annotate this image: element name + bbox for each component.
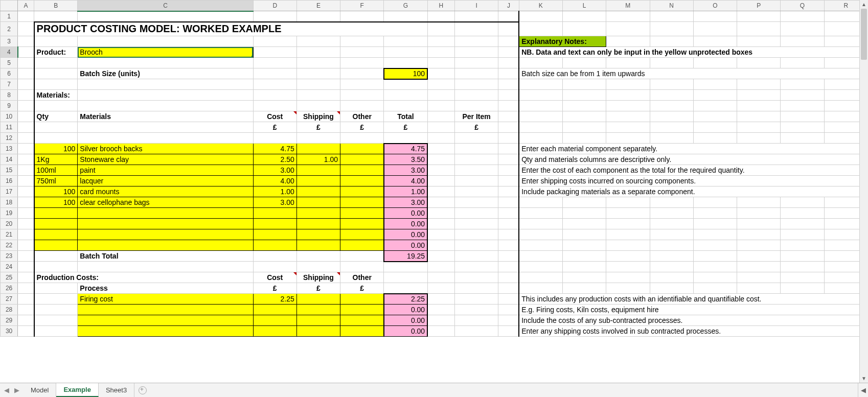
sheet-tab-example[interactable]: Example	[56, 383, 98, 397]
material-cost-cell[interactable]	[253, 229, 296, 240]
material-cost-cell[interactable]: 4.75	[253, 144, 296, 154]
material-name-cell[interactable]	[78, 219, 253, 229]
row-header[interactable]: 5	[1, 58, 18, 68]
material-cost-cell[interactable]	[253, 240, 296, 251]
col-header[interactable]: E	[296, 1, 340, 11]
material-shipping-cell[interactable]	[296, 208, 340, 219]
col-header[interactable]: K	[519, 1, 562, 11]
material-qty-cell[interactable]	[34, 240, 78, 251]
col-header[interactable]: I	[454, 1, 498, 11]
row-header[interactable]: 16	[1, 176, 18, 186]
scroll-down-button[interactable]: ▼	[860, 374, 868, 383]
tab-scroll-left-icon[interactable]: ◀	[858, 383, 868, 397]
material-qty-cell[interactable]: 100	[34, 197, 78, 208]
grid-scroll-area[interactable]: A B C D E F G H I J K L M N O P Q R 1	[0, 0, 868, 383]
material-other-cell[interactable]	[340, 165, 384, 176]
row-header[interactable]: 24	[1, 262, 18, 272]
material-name-cell[interactable]: Stoneware clay	[78, 154, 253, 165]
row-header[interactable]: 27	[1, 294, 18, 305]
process-name-cell[interactable]: Firing cost	[78, 294, 253, 305]
scroll-up-button[interactable]: ▲	[860, 0, 868, 9]
material-name-cell[interactable]	[78, 240, 253, 251]
material-shipping-cell[interactable]	[296, 165, 340, 176]
row-header[interactable]: 12	[1, 133, 18, 144]
row-header[interactable]: 19	[1, 208, 18, 219]
row-header[interactable]: 2	[1, 22, 18, 36]
col-header[interactable]: H	[427, 1, 454, 11]
process-name-cell[interactable]	[78, 305, 253, 315]
row-header[interactable]: 11	[1, 122, 18, 133]
process-cost-cell[interactable]	[253, 305, 296, 315]
col-header[interactable]: C	[78, 1, 253, 11]
row-header[interactable]: 30	[1, 326, 18, 337]
col-header[interactable]: D	[253, 1, 296, 11]
material-cost-cell[interactable]: 1.00	[253, 186, 296, 197]
material-name-cell[interactable]	[78, 229, 253, 240]
material-qty-cell[interactable]: 100	[34, 144, 78, 154]
row-header[interactable]: 20	[1, 219, 18, 229]
row-header[interactable]: 28	[1, 305, 18, 315]
spreadsheet-grid[interactable]: A B C D E F G H I J K L M N O P Q R 1	[0, 0, 868, 337]
material-qty-cell[interactable]: 100ml	[34, 165, 78, 176]
vertical-scrollbar[interactable]: ▲ ▼	[859, 0, 868, 383]
col-header[interactable]: N	[650, 1, 693, 11]
material-qty-cell[interactable]: 750ml	[34, 176, 78, 186]
row-header[interactable]: 18	[1, 197, 18, 208]
material-other-cell[interactable]	[340, 219, 384, 229]
col-header[interactable]: O	[693, 1, 737, 11]
row-header[interactable]: 15	[1, 165, 18, 176]
col-header[interactable]: M	[606, 1, 650, 11]
product-input-cell[interactable]: Brooch	[78, 47, 253, 58]
scroll-thumb[interactable]	[861, 9, 867, 60]
material-cost-cell[interactable]	[253, 219, 296, 229]
material-qty-cell[interactable]	[34, 208, 78, 219]
material-other-cell[interactable]	[340, 186, 384, 197]
col-header[interactable]: A	[18, 1, 34, 11]
row-header[interactable]: 1	[1, 11, 18, 22]
process-cost-cell[interactable]: 2.25	[253, 294, 296, 305]
material-name-cell[interactable]: paint	[78, 165, 253, 176]
fill-handle[interactable]	[252, 56, 254, 58]
material-shipping-cell[interactable]	[296, 219, 340, 229]
material-shipping-cell[interactable]: 1.00	[296, 154, 340, 165]
col-header[interactable]: F	[340, 1, 384, 11]
process-shipping-cell[interactable]	[296, 305, 340, 315]
row-header[interactable]: 29	[1, 315, 18, 326]
material-cost-cell[interactable]	[253, 208, 296, 219]
process-cost-cell[interactable]	[253, 326, 296, 337]
col-header[interactable]: L	[562, 1, 606, 11]
material-name-cell[interactable]: Silver brooch backs	[78, 144, 253, 154]
material-other-cell[interactable]	[340, 197, 384, 208]
row-header[interactable]: 26	[1, 283, 18, 294]
col-header[interactable]: Q	[781, 1, 824, 11]
material-qty-cell[interactable]: 1Kg	[34, 154, 78, 165]
material-other-cell[interactable]	[340, 229, 384, 240]
material-name-cell[interactable]	[78, 208, 253, 219]
sheet-tab-model[interactable]: Model	[24, 383, 56, 397]
material-shipping-cell[interactable]	[296, 144, 340, 154]
process-other-cell[interactable]	[340, 315, 384, 326]
col-header[interactable]: J	[498, 1, 519, 11]
material-name-cell[interactable]: card mounts	[78, 186, 253, 197]
process-other-cell[interactable]	[340, 305, 384, 315]
material-qty-cell[interactable]	[34, 229, 78, 240]
row-header[interactable]: 8	[1, 90, 18, 101]
material-name-cell[interactable]: clear cellophane bags	[78, 197, 253, 208]
process-name-cell[interactable]	[78, 326, 253, 337]
material-other-cell[interactable]	[340, 240, 384, 251]
material-other-cell[interactable]	[340, 208, 384, 219]
sheet-tab-sheet3[interactable]: Sheet3	[99, 383, 134, 397]
material-name-cell[interactable]: lacquer	[78, 176, 253, 186]
process-shipping-cell[interactable]	[296, 315, 340, 326]
row-header[interactable]: 7	[1, 79, 18, 90]
material-qty-cell[interactable]	[34, 219, 78, 229]
row-header[interactable]: 4	[1, 47, 18, 58]
material-cost-cell[interactable]: 4.00	[253, 176, 296, 186]
row-header[interactable]: 3	[1, 36, 18, 47]
material-shipping-cell[interactable]	[296, 197, 340, 208]
select-all-corner[interactable]	[1, 1, 18, 11]
material-other-cell[interactable]	[340, 144, 384, 154]
row-header[interactable]: 21	[1, 229, 18, 240]
row-header[interactable]: 25	[1, 272, 18, 283]
col-header[interactable]: G	[384, 1, 427, 11]
